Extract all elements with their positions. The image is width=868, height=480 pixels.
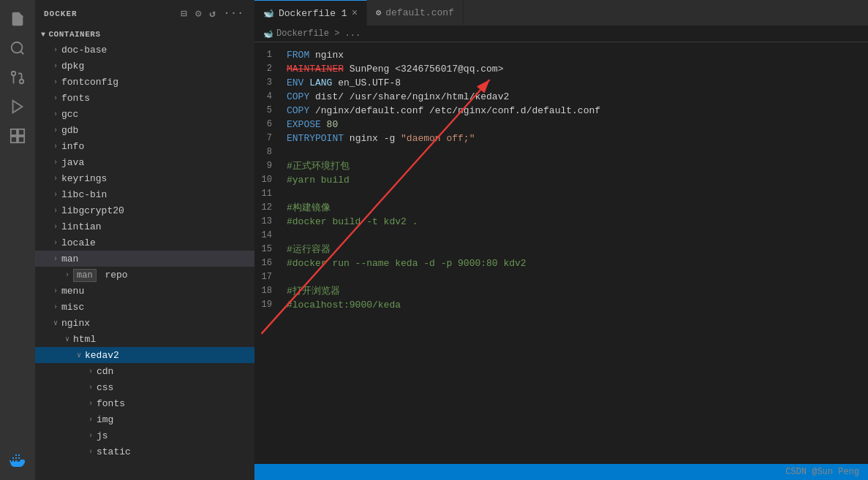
label-lintian: lintian — [61, 221, 254, 232]
extensions-icon[interactable] — [4, 123, 31, 149]
label-info: info — [61, 141, 254, 152]
svg-rect-6 — [11, 129, 17, 135]
tree-item-doc-base[interactable]: › doc-base — [35, 42, 254, 58]
watermark-text: CSDN @Sun Peng — [785, 467, 859, 477]
line-num-18: 18 — [254, 284, 284, 298]
line-num-3: 3 — [254, 76, 284, 90]
label-doc-base: doc-base — [61, 45, 254, 56]
label-img: img — [97, 414, 254, 425]
split-editor-icon[interactable]: ⊟ — [179, 6, 189, 21]
arrow-gcc: › — [50, 110, 61, 118]
line-num-11: 11 — [254, 187, 284, 201]
line-num-9: 9 — [254, 159, 284, 173]
source-control-icon[interactable] — [4, 64, 31, 91]
tree-item-gdb[interactable]: › gdb — [35, 122, 254, 138]
arrow-gdb: › — [50, 126, 61, 134]
svg-line-1 — [20, 51, 23, 54]
tree-item-misc[interactable]: › misc — [35, 299, 254, 315]
tree-item-fonts[interactable]: › fonts — [35, 90, 254, 106]
search-icon[interactable] — [4, 35, 31, 61]
tree-item-java[interactable]: › java — [35, 154, 254, 170]
dockerfile-icon: 🐋 — [263, 8, 274, 19]
editor-area: 🐋 Dockerfile 1 × ⚙ default.conf 🐋 Docker… — [254, 0, 868, 480]
tree-item-man[interactable]: › man — [35, 251, 254, 267]
code-line-8: 8 — [254, 145, 868, 159]
arrow-img: › — [85, 416, 97, 424]
arrow-libgcrypt20: › — [50, 207, 61, 215]
tree-item-info[interactable]: › info — [35, 138, 254, 154]
tree-item-menu[interactable]: › menu — [35, 283, 254, 299]
arrow-lintian: › — [50, 223, 61, 231]
code-editor[interactable]: 1 FROM nginx 2 MAINTAINER SunPeng <32467… — [254, 42, 868, 318]
svg-marker-5 — [13, 101, 23, 113]
files-icon[interactable] — [4, 6, 31, 32]
tab-bar: 🐋 Dockerfile 1 × ⚙ default.conf — [254, 0, 868, 26]
tab-dockerfile-close[interactable]: × — [352, 7, 358, 19]
code-line-16: 16 #docker run --name keda -d -p 9000:80… — [254, 256, 868, 270]
refresh-icon[interactable]: ↺ — [208, 6, 217, 21]
containers-section[interactable]: ▼ CONTAINERS — [35, 27, 254, 42]
section-arrow: ▼ — [41, 31, 46, 39]
label-nginx: nginx — [61, 318, 254, 329]
label-html: html — [73, 334, 254, 345]
label-gcc: gcc — [61, 109, 254, 120]
line-content-2: MAINTAINER SunPeng <3246756017@qq.com> — [284, 62, 868, 76]
tab-defaultconf[interactable]: ⚙ default.conf — [367, 0, 464, 26]
tree-item-kedav2[interactable]: ∨ kedav2 — [35, 347, 254, 363]
tree-item-libgcrypt20[interactable]: › libgcrypt20 — [35, 202, 254, 218]
tree-item-img[interactable]: › img — [35, 411, 254, 427]
code-line-11: 11 — [254, 187, 868, 201]
tree-item-fonts2[interactable]: › fonts — [35, 395, 254, 411]
settings-icon[interactable]: ⚙ — [194, 6, 203, 21]
label-libgcrypt20: libgcrypt20 — [61, 205, 254, 216]
tree-item-locale[interactable]: › locale — [35, 235, 254, 251]
line-num-2: 2 — [254, 62, 284, 76]
tree-item-man-repo[interactable]: › man repo — [35, 267, 254, 283]
line-num-1: 1 — [254, 48, 284, 62]
line-num-19: 19 — [254, 298, 284, 312]
tree-item-html[interactable]: ∨ html — [35, 331, 254, 347]
tree-item-keyrings[interactable]: › keyrings — [35, 170, 254, 186]
tree-item-static[interactable]: › static — [35, 443, 254, 460]
tree-item-fontconfig[interactable]: › fontconfig — [35, 74, 254, 90]
label-dpkg: dpkg — [61, 61, 254, 72]
line-num-16: 16 — [254, 256, 284, 270]
tree-item-nginx[interactable]: ∨ nginx — [35, 315, 254, 331]
tree-item-gcc[interactable]: › gcc — [35, 106, 254, 122]
line-content-9: #正式环境打包 — [284, 159, 868, 173]
line-num-17: 17 — [254, 270, 284, 284]
status-bar: CSDN @Sun Peng — [254, 464, 868, 480]
tree-item-libc-bin[interactable]: › libc-bin — [35, 186, 254, 202]
tree-item-dpkg[interactable]: › dpkg — [35, 58, 254, 74]
code-line-2: 2 MAINTAINER SunPeng <3246756017@qq.com> — [254, 62, 868, 76]
docker-icon[interactable] — [4, 448, 31, 474]
arrow-menu: › — [50, 287, 61, 295]
line-num-4: 4 — [254, 90, 284, 104]
arrow-man-repo: › — [61, 271, 73, 279]
label-kedav2: kedav2 — [85, 350, 254, 361]
tree-item-lintian[interactable]: › lintian — [35, 218, 254, 235]
arrow-html: ∨ — [61, 335, 73, 343]
run-icon[interactable] — [4, 94, 31, 120]
line-content-12: #构建镜像 — [284, 201, 868, 215]
activity-bar — [0, 0, 35, 480]
arrow-dpkg: › — [50, 62, 61, 70]
code-line-4: 4 COPY dist/ /usr/share/nginx/html/kedav… — [254, 90, 868, 104]
sidebar-header-icons: ⊟ ⚙ ↺ ··· — [179, 6, 246, 21]
line-num-12: 12 — [254, 201, 284, 215]
svg-point-0 — [12, 42, 23, 53]
line-content-15: #运行容器 — [284, 243, 868, 256]
arrow-info: › — [50, 142, 61, 151]
arrow-misc: › — [50, 303, 61, 311]
label-fonts: fonts — [61, 93, 254, 104]
tree-item-js[interactable]: › js — [35, 427, 254, 443]
line-content-10: #yarn build — [284, 173, 868, 187]
tree-item-css[interactable]: › css — [35, 379, 254, 395]
tab-dockerfile[interactable]: 🐋 Dockerfile 1 × — [254, 0, 367, 26]
more-icon[interactable]: ··· — [222, 6, 246, 21]
tree-item-cdn[interactable]: › cdn — [35, 363, 254, 379]
file-tree: › doc-base › dpkg › fontconfig › fonts ›… — [35, 42, 254, 480]
code-line-7: 7 ENTRYPOINT nginx -g "daemon off;" — [254, 132, 868, 145]
svg-point-3 — [12, 72, 16, 76]
arrow-locale: › — [50, 239, 61, 247]
